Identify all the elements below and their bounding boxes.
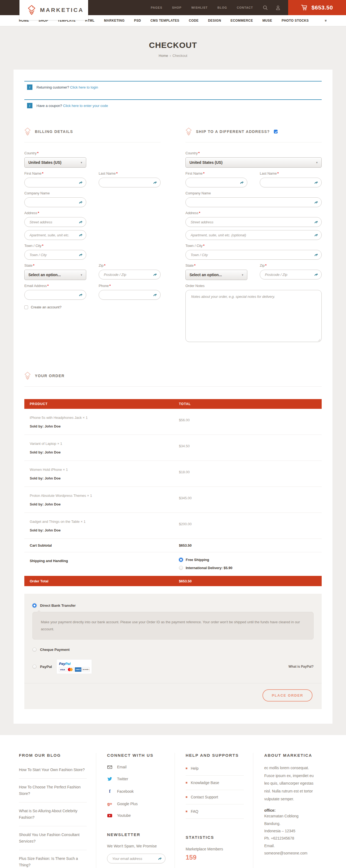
billing-phone-field: Phone* (99, 284, 161, 300)
help-link[interactable]: Knowladge Base (186, 776, 244, 790)
social-link-twitter[interactable]: Twitter (107, 776, 166, 781)
youtube-icon (107, 814, 112, 817)
bullet-icon (186, 811, 187, 812)
nav-photo-stocks[interactable]: PHOTO STOCKS (282, 19, 309, 23)
billing-phone-input[interactable] (99, 290, 161, 300)
social-link-google-plus[interactable]: g+ Google Plus (107, 801, 166, 806)
logo[interactable]: MARKETICA (20, 0, 88, 20)
shipping-zip-field: Zip* (260, 264, 322, 280)
bank-transfer-label: Direct Bank Transfer (40, 603, 76, 608)
international-delivery-label: International Delivery: $5.90 (186, 566, 233, 570)
checkout-card: i Returning customer? Click here to logi… (13, 69, 333, 724)
search-icon[interactable] (263, 5, 268, 10)
footer-about-title: ABOUT MARKETICA (264, 753, 318, 757)
billing-town-input[interactable] (24, 250, 86, 260)
top-nav-pages[interactable]: PAGES (151, 6, 163, 9)
create-account-checkbox[interactable] (24, 305, 28, 309)
shipping-last-name-input[interactable] (260, 178, 322, 187)
product-name: iPhone 5s with Headphones Jack × 1 (30, 415, 179, 420)
billing-street-input[interactable] (24, 217, 86, 227)
bank-transfer-radio[interactable] (32, 603, 36, 608)
top-nav-wishlist[interactable]: WISHLIST (192, 6, 208, 9)
newsletter-email-input[interactable] (107, 854, 166, 863)
paypal-radio[interactable] (32, 665, 36, 669)
cheque-radio[interactable] (32, 648, 36, 652)
billing-state-field: State* Select an option... ▾ (24, 264, 86, 280)
top-nav-contact[interactable]: CONTACT (237, 6, 253, 9)
free-shipping-radio[interactable] (179, 558, 183, 562)
billing-country-select[interactable]: United States (US) ▾ (24, 157, 86, 167)
login-link[interactable]: Click here to login (70, 85, 98, 89)
blog-link[interactable]: How To Choose The Perfect Fashion Store? (19, 779, 87, 803)
nav-psd[interactable]: PSD (134, 19, 141, 23)
social-link-youtube[interactable]: Youtube (107, 813, 166, 818)
breadcrumb: Home›Checkout (0, 54, 346, 58)
product-seller: Sold by: John Doe (30, 502, 179, 506)
shipping-zip-input[interactable] (260, 270, 322, 279)
help-link[interactable]: FAQ (186, 804, 244, 819)
social-link-email[interactable]: Email (107, 765, 166, 769)
shipping-state-field: State* Select an option... ▾ (185, 264, 247, 280)
blog-link[interactable]: What is So Alluring About Celebrity Fash… (19, 803, 87, 826)
email-icon (107, 765, 112, 769)
nav-cms-templates[interactable]: CMS TEMPLATES (150, 19, 179, 23)
what-is-paypal-link[interactable]: What is PayPal? (288, 665, 314, 669)
product-total: $18.00 (179, 468, 190, 480)
billing-last-name-input[interactable] (99, 178, 161, 187)
nav-more-icon[interactable]: » (324, 20, 328, 22)
blog-link[interactable]: Should You Use Fashion Consultant Servic… (19, 826, 87, 850)
international-delivery-radio[interactable] (179, 566, 183, 570)
order-row: Variant of Laptop × 1 Sold by: John Doe … (24, 435, 322, 461)
product-seller: Sold by: John Doe (30, 528, 179, 532)
shipping-first-name-input[interactable] (185, 178, 247, 187)
nav-ecommerce[interactable]: ECOMMERCE (231, 19, 253, 23)
breadcrumb-home[interactable]: Home (159, 54, 168, 58)
cart-button[interactable]: $653.50 (288, 0, 346, 15)
nav-design[interactable]: DESIGN (208, 19, 221, 23)
top-nav-shop[interactable]: SHOP (172, 6, 182, 9)
billing-apartment-input[interactable] (24, 230, 86, 240)
column-product: PRODUCT (24, 402, 179, 406)
facebook-icon: f (107, 789, 112, 794)
shipping-option-international: International Delivery: $5.90 (179, 566, 233, 570)
blog-link[interactable]: How To Start Your Own Fashion Store? (19, 761, 87, 779)
product-total: $200.00 (179, 520, 192, 532)
billing-state-select[interactable]: Select an option... ▾ (24, 270, 86, 280)
dashlane-icon (314, 220, 318, 224)
create-account-row: Create an account? (24, 305, 161, 309)
tag-icon (24, 127, 31, 136)
user-icon[interactable] (275, 5, 281, 10)
dashlane-icon (240, 181, 244, 184)
billing-email-input[interactable] (24, 290, 86, 300)
shipping-town-field: Town / City* (185, 244, 322, 260)
nav-marketing[interactable]: MARKETING (104, 19, 125, 23)
shipping-state-select[interactable]: Select an option... ▾ (185, 270, 247, 280)
nav-muse[interactable]: MUSE (263, 19, 272, 23)
ship-different-checkbox[interactable] (274, 130, 278, 133)
shipping-country-select[interactable]: United States (US) ▾ (185, 157, 322, 167)
billing-zip-input[interactable] (99, 270, 161, 279)
billing-company-input[interactable] (24, 197, 86, 207)
chevron-down-icon: ▾ (242, 273, 243, 277)
shipping-street-input[interactable] (185, 217, 322, 227)
place-order-button[interactable]: PLACE ORDER (263, 689, 312, 702)
shipping-town-input[interactable] (185, 250, 322, 260)
tag-icon (24, 372, 31, 380)
dashlane-icon (153, 273, 157, 276)
nav-code[interactable]: CODE (189, 19, 198, 23)
statistics-title: STATISTICS (186, 835, 244, 840)
returning-customer-notice: i Returning customer? Click here to logi… (24, 81, 322, 93)
order-notes-textarea[interactable] (185, 290, 322, 342)
coupon-link[interactable]: Click here to enter your code (63, 104, 108, 108)
social-link-facebook[interactable]: f Facebook (107, 789, 166, 794)
help-link[interactable]: Help (186, 761, 244, 776)
top-nav-blog[interactable]: BLOG (217, 6, 227, 9)
billing-first-name-input[interactable] (24, 178, 86, 187)
footer-help-title: HELP AND SUPPORTS (186, 753, 244, 757)
help-link[interactable]: Contact Support (186, 790, 244, 804)
shipping-company-input[interactable] (185, 197, 322, 207)
blog-link[interactable]: Plus Size Fashion: Is There Such a Thing… (19, 850, 87, 868)
billing-last-name-field: Last Name* (99, 172, 161, 187)
header-right: PAGES SHOP WISHLIST BLOG CONTACT $653.50 (151, 0, 346, 15)
shipping-apartment-input[interactable] (185, 230, 322, 240)
